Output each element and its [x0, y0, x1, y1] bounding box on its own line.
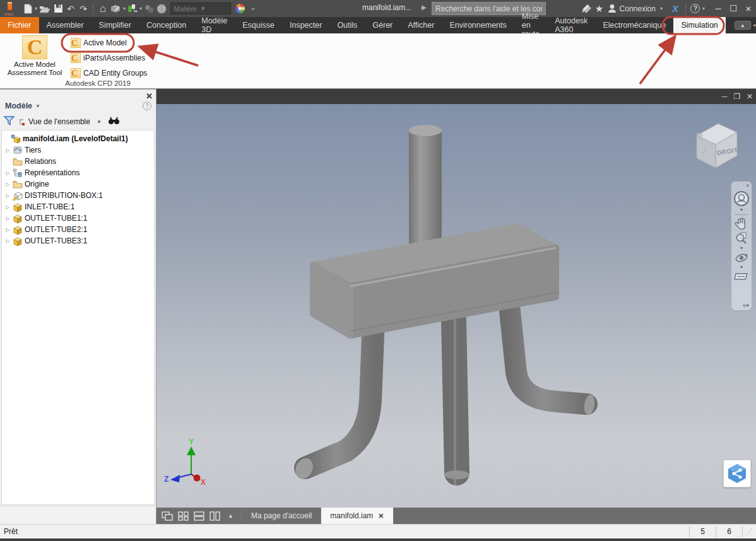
doc-close-icon[interactable]: ✕ [743, 89, 756, 104]
view-selector-dropdown-icon[interactable]: ▼ [97, 119, 102, 125]
browser-close-icon[interactable]: ✕ [146, 91, 153, 101]
signin-dropdown-icon[interactable]: ▾ [659, 6, 663, 11]
doc-minimize-icon[interactable]: ─ [718, 89, 731, 104]
tab-autodesk-a360[interactable]: Autodesk A360 [547, 17, 595, 33]
orbit-icon[interactable] [735, 252, 748, 264]
tab-environnements[interactable]: Environnements [442, 17, 514, 33]
tab-outils[interactable]: Outils [329, 17, 365, 33]
3d-canvas[interactable]: Y Z X DROITE ∿∿ ✕ [157, 104, 756, 508]
tree-item-outlet-tube1[interactable]: ▷ OUTLET-TUBE1:1 [2, 212, 154, 224]
title-flyout-arrow-icon[interactable]: ▶ [422, 4, 427, 11]
zoom-dropdown-icon[interactable]: ▼ [740, 247, 744, 250]
status-cell-1: 5 [689, 526, 716, 537]
tab-mise-en-route[interactable]: Mise en route [514, 17, 547, 33]
home-icon[interactable]: ⌂ [97, 1, 109, 16]
help-dropdown-icon[interactable]: ▾ [702, 6, 706, 11]
a360-share-button[interactable] [723, 460, 751, 487]
expand-arrow-icon[interactable]: ▷ [4, 170, 11, 176]
tree-item-outlet-tube3[interactable]: ▷ OUTLET-TUBE3:1 [2, 235, 154, 247]
navbar-options-icon[interactable]: ⊖▾ [742, 303, 749, 308]
ribbon-collapse-dropdown-icon[interactable]: ▾ [753, 23, 756, 28]
signin-label[interactable]: Connexion [620, 4, 656, 13]
open-file-icon[interactable] [38, 1, 52, 16]
navigation-wheel-icon[interactable] [733, 190, 750, 207]
expand-arrow-icon[interactable]: ▷ [4, 238, 11, 244]
assembly-update-icon[interactable] [126, 1, 139, 16]
tree-item-outlet-tube2[interactable]: ▷ OUTLET-TUBE2:1 [2, 224, 154, 235]
tab-conception[interactable]: Conception [139, 17, 194, 33]
navbar-close-icon[interactable]: ✕ [745, 183, 750, 189]
minimize-button[interactable]: ─ [711, 0, 726, 17]
filter-funnel-icon[interactable] [4, 116, 15, 128]
save-icon[interactable] [52, 1, 64, 16]
expand-arrow-icon[interactable]: ▷ [4, 193, 11, 199]
browser-help-icon[interactable]: ? [143, 102, 151, 110]
expand-arrow-icon[interactable]: ▷ [4, 182, 11, 187]
color-wheel-icon[interactable] [233, 1, 247, 16]
outlet-tube-left[interactable] [292, 318, 374, 482]
tab-close-icon[interactable]: ✕ [378, 512, 384, 520]
tab-simulation[interactable]: Simulation [673, 17, 725, 33]
tree-item-distribution-box[interactable]: ▷ DISTRIBUTION-BOX:1 [2, 190, 154, 201]
expand-arrow-icon[interactable]: ▷ [4, 216, 11, 221]
ribbon-collapse-icon[interactable]: ▲ [735, 21, 751, 30]
tile-windows-icon[interactable] [178, 511, 189, 521]
zoom-icon[interactable] [735, 231, 748, 245]
active-model-assessment-tool-button[interactable]: C Active Model Assessment Tool [4, 35, 66, 81]
maximize-button[interactable]: ☐ [726, 0, 741, 17]
manifold-3d-model[interactable]: Y Z X [157, 104, 756, 508]
tab-gerer[interactable]: Gérer [365, 17, 400, 33]
tab-fichier[interactable]: Fichier [0, 17, 39, 33]
tree-item-relations[interactable]: ▷ Relations [2, 156, 154, 167]
horizontal-split-icon[interactable] [194, 511, 204, 521]
user-icon[interactable] [606, 1, 618, 16]
tab-list-expand-icon[interactable]: ▲ [225, 513, 236, 519]
doc-restore-icon[interactable]: ❐ [731, 89, 743, 104]
cascade-windows-icon[interactable] [162, 511, 173, 521]
tab-home-page[interactable]: Ma page d'accueil [242, 508, 321, 524]
undo-icon[interactable]: ↶ [64, 1, 77, 16]
appearance-globe-icon[interactable] [155, 1, 168, 16]
graphics-viewport[interactable]: ─ ❐ ✕ [157, 89, 756, 508]
tab-assembler[interactable]: Assembler [39, 17, 92, 33]
inventor-logo-icon[interactable]: PRO [3, 1, 18, 16]
browser-title-dropdown-icon[interactable]: ▼ [35, 103, 40, 109]
tree-item-origine[interactable]: ▷ Origine [2, 178, 154, 190]
browser-panel-title[interactable]: Modèle [5, 102, 32, 110]
tree-item-manifold[interactable]: manifold.iam (LevelofDetail1) [2, 133, 154, 144]
tree-item-representations[interactable]: ▷ Représentations [2, 167, 154, 178]
active-model-button[interactable]: C Active Model [68, 36, 129, 49]
mark-menu-icon[interactable] [109, 1, 122, 16]
expand-arrow-icon[interactable]: ▷ [4, 227, 11, 233]
new-file-icon[interactable] [21, 1, 34, 16]
close-button[interactable]: × [741, 0, 756, 17]
favorites-star-icon[interactable]: ★ [593, 1, 606, 16]
pan-hand-icon[interactable] [735, 218, 748, 230]
view-representation-selector[interactable]: a Vue de l'ensemble ▼ [18, 117, 102, 126]
redo-icon[interactable]: ↷ [77, 1, 90, 16]
tab-manifold-iam[interactable]: manifold.iam ✕ [321, 508, 393, 524]
look-at-icon[interactable] [734, 270, 749, 282]
tree-item-inlet-tube[interactable]: ▷ INLET-TUBE:1 [2, 201, 154, 212]
help-icon[interactable]: ? [689, 1, 702, 16]
find-binoculars-icon[interactable] [108, 116, 120, 127]
viewcube[interactable]: DROITE ∿∿ [689, 118, 742, 171]
tab-electromecanique[interactable]: Electromécanique [595, 17, 673, 33]
cad-entity-groups-button[interactable]: C CAD Entity Groups [68, 66, 150, 79]
iparts-iassemblies-button[interactable]: C iParts/iAssemblies [68, 51, 148, 64]
orbit-dropdown-icon[interactable]: ▼ [740, 265, 744, 269]
vertical-split-icon[interactable] [210, 511, 220, 521]
tab-modele-3d[interactable]: Modèle 3D [194, 17, 235, 33]
expand-arrow-icon[interactable]: ▷ [4, 204, 11, 210]
expand-arrow-icon[interactable]: ▷ [4, 148, 11, 153]
wheel-dropdown-icon[interactable]: ▼ [740, 208, 744, 212]
tab-inspecter[interactable]: Inspecter [282, 17, 329, 33]
tab-afficher[interactable]: Afficher [400, 17, 442, 33]
tab-esquisse[interactable]: Esquisse [235, 17, 282, 33]
tab-simplifier[interactable]: Simplifier [92, 17, 139, 33]
tree-item-tiers[interactable]: ▷ Tiers [2, 144, 154, 156]
exchange-apps-icon[interactable]: X [668, 3, 682, 14]
resize-grip-icon[interactable]: ⋰ [742, 526, 756, 537]
overflow-chevrons-icon[interactable]: » [247, 1, 259, 16]
send-to-a360-icon[interactable] [580, 1, 593, 16]
